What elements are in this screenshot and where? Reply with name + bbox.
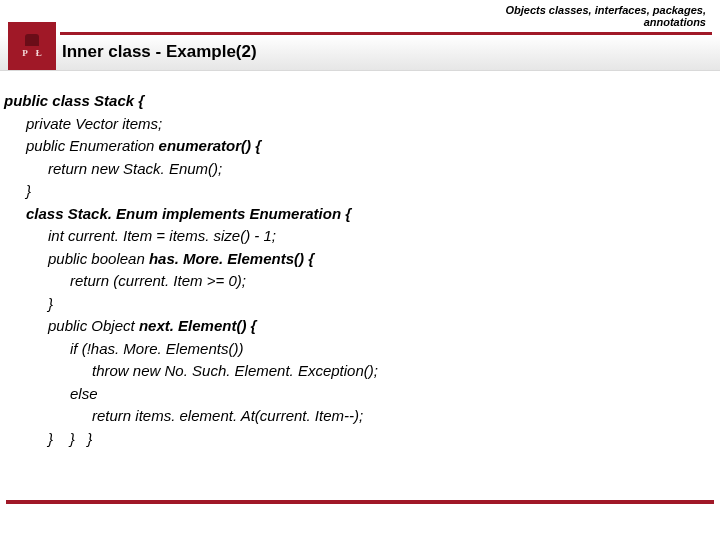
code-line: throw new No. Such. Element. Exception()… bbox=[4, 360, 708, 383]
code-line: public Enumeration enumerator() { bbox=[4, 135, 708, 158]
code-line: return (current. Item >= 0); bbox=[4, 270, 708, 293]
code-line: } } } bbox=[4, 428, 708, 451]
slide-title: Inner class - Example(2) bbox=[62, 42, 257, 62]
code-line: public boolean has. More. Elements() { bbox=[4, 248, 708, 271]
topic-line2: annotations bbox=[644, 16, 706, 28]
university-logo: P Ł bbox=[8, 22, 56, 70]
code-line: return new Stack. Enum(); bbox=[4, 158, 708, 181]
code-line: } bbox=[4, 293, 708, 316]
code-line: else bbox=[4, 383, 708, 406]
logo-letter-right: Ł bbox=[36, 48, 42, 58]
code-block: public class Stack { private Vector item… bbox=[4, 90, 708, 450]
code-line: if (!has. More. Elements()) bbox=[4, 338, 708, 361]
logo-letter-left: P bbox=[22, 48, 28, 58]
topic-line1: Objects classes, interfaces, packages, bbox=[505, 4, 706, 16]
code-line: return items. element. At(current. Item-… bbox=[4, 405, 708, 428]
bottom-divider bbox=[6, 500, 714, 504]
code-line: public Object next. Element() { bbox=[4, 315, 708, 338]
code-line: public class Stack { bbox=[4, 90, 708, 113]
topic-label: Objects classes, interfaces, packages, a… bbox=[505, 4, 706, 28]
code-line: int current. Item = items. size() - 1; bbox=[4, 225, 708, 248]
eagle-icon bbox=[25, 34, 39, 46]
code-line: class Stack. Enum implements Enumeration… bbox=[4, 203, 708, 226]
code-line: private Vector items; bbox=[4, 113, 708, 136]
code-line: } bbox=[4, 180, 708, 203]
